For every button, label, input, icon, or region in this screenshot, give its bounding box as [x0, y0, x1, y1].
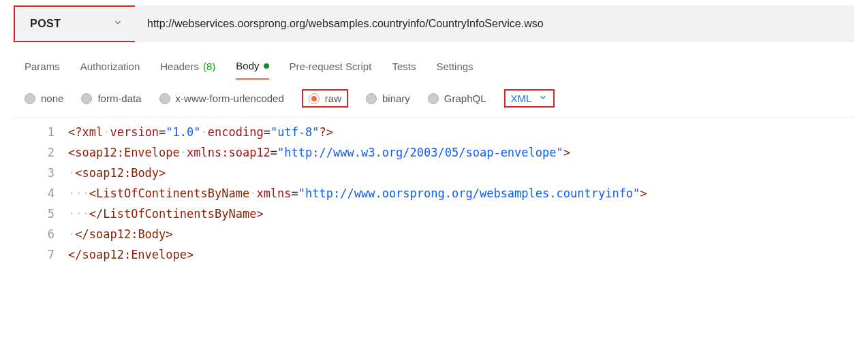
body-type-raw[interactable]: raw: [309, 93, 341, 104]
code-line: ·</soap12:Body>: [68, 224, 647, 244]
body-type-graphql[interactable]: GraphQL: [428, 93, 486, 104]
radio-label: binary: [382, 93, 410, 104]
tab-label: Body: [236, 60, 259, 71]
line-number: 5: [14, 204, 55, 224]
tab-label: Settings: [436, 61, 473, 72]
radio-label: GraphQL: [444, 93, 486, 104]
url-text: http://webservices.oorsprong.org/websamp…: [147, 18, 544, 30]
body-changed-dot-icon: [264, 63, 269, 69]
tab-headers[interactable]: Headers (8): [160, 60, 215, 80]
line-number: 3: [14, 163, 55, 183]
headers-count: (8): [203, 61, 215, 72]
line-number: 2: [14, 142, 55, 163]
line-number: 4: [14, 183, 55, 204]
body-type-none[interactable]: none: [25, 93, 63, 104]
http-method-label: POST: [30, 18, 61, 30]
body-type-form-data[interactable]: form-data: [81, 93, 141, 104]
tab-label: Pre-request Script: [290, 61, 372, 72]
request-tabs: Params Authorization Headers (8) Body Pr…: [0, 48, 868, 80]
tab-prerequest[interactable]: Pre-request Script: [290, 60, 372, 80]
radio-icon: [25, 93, 35, 104]
tab-label: Authorization: [80, 61, 140, 72]
line-number: 6: [14, 224, 55, 244]
tab-label: Headers: [160, 61, 199, 72]
tab-label: Tests: [392, 61, 416, 72]
url-input[interactable]: http://webservices.oorsprong.org/websamp…: [135, 5, 854, 42]
tab-params[interactable]: Params: [25, 60, 60, 80]
line-gutter: 1 2 3 4 5 6 7: [14, 122, 68, 265]
line-number: 1: [14, 122, 55, 142]
tab-tests[interactable]: Tests: [392, 60, 416, 80]
tab-authorization[interactable]: Authorization: [80, 60, 140, 80]
tab-label: Params: [25, 61, 60, 72]
tab-settings[interactable]: Settings: [436, 60, 473, 80]
radio-icon: [428, 93, 439, 104]
code-line: ···</ListOfContinentsByName>: [68, 204, 647, 224]
raw-format-label: XML: [511, 93, 532, 104]
raw-format-highlighted: XML: [504, 89, 555, 108]
body-type-raw-highlighted: raw: [302, 89, 348, 108]
radio-label: none: [41, 93, 63, 104]
radio-icon: [309, 93, 320, 104]
radio-label: form-data: [97, 93, 141, 104]
tab-body[interactable]: Body: [236, 60, 268, 80]
raw-format-select[interactable]: XML: [511, 93, 548, 104]
chevron-down-icon: [113, 18, 123, 30]
radio-icon: [159, 93, 170, 104]
body-type-row: none form-data x-www-form-urlencoded raw…: [0, 80, 868, 117]
code-area[interactable]: <?xml·version="1.0"·encoding="utf-8"?> <…: [68, 122, 647, 265]
code-line: ·<soap12:Body>: [68, 163, 647, 183]
radio-icon: [81, 93, 92, 104]
radio-label: x-www-form-urlencoded: [176, 93, 284, 104]
body-type-binary[interactable]: binary: [366, 93, 410, 104]
code-line: <?xml·version="1.0"·encoding="utf-8"?>: [68, 122, 647, 142]
radio-icon: [366, 93, 377, 104]
radio-label: raw: [325, 93, 341, 104]
code-line: </soap12:Envelope>: [68, 244, 647, 265]
body-type-urlencoded[interactable]: x-www-form-urlencoded: [159, 93, 284, 104]
request-url-row: POST http://webservices.oorsprong.org/we…: [0, 0, 868, 48]
line-number: 7: [14, 244, 55, 265]
code-line: ···<ListOfContinentsByName·xmlns="http:/…: [68, 183, 647, 204]
http-method-select[interactable]: POST: [14, 5, 136, 42]
code-editor[interactable]: 1 2 3 4 5 6 7 <?xml·version="1.0"·encodi…: [14, 117, 854, 278]
chevron-down-icon: [538, 93, 548, 104]
code-line: <soap12:Envelope·xmlns:soap12="http://ww…: [68, 142, 647, 163]
